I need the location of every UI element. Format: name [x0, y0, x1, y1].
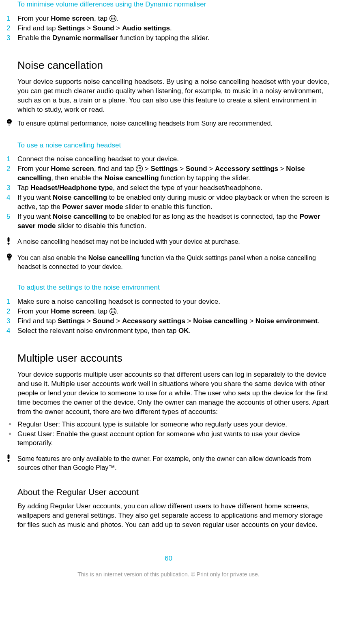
section-title-adjust-noise: To adjust the settings to the noise envi… — [17, 283, 334, 292]
footer-text: This is an internet version of this publ… — [3, 571, 334, 578]
step-text: Make sure a noise cancelling headset is … — [17, 297, 332, 307]
svg-rect-12 — [9, 126, 10, 126]
svg-point-39 — [8, 460, 10, 462]
svg-point-7 — [111, 19, 112, 20]
step-text: From your Home screen, find and tap > Se… — [17, 164, 332, 183]
svg-point-6 — [114, 18, 115, 19]
apps-grid-icon — [109, 308, 116, 315]
svg-point-2 — [112, 17, 113, 17]
tip-text: You can also enable the Noise cancelling… — [17, 253, 332, 271]
svg-rect-27 — [9, 260, 10, 260]
step-number: 5 — [3, 212, 17, 231]
bullet-icon: • — [3, 430, 17, 448]
list-item: 2 From your Home screen, find and tap > … — [3, 164, 332, 183]
step-text: Tap Headset/Headphone type, and select t… — [17, 183, 332, 193]
step-text: Enable the Dynamic normaliser function b… — [17, 34, 332, 43]
warning-note: A noise cancelling headset may not be in… — [3, 237, 332, 247]
section-title-dynamic-normaliser: To minimise volume differences using the… — [17, 0, 334, 9]
warning-icon — [3, 454, 17, 472]
list-item: 4 If you want Noise cancelling to be ena… — [3, 193, 332, 212]
svg-point-9 — [114, 19, 115, 20]
list-item: • Regular User: This account type is sui… — [3, 420, 332, 429]
tip-text: To ensure optimal performance, noise can… — [17, 119, 332, 129]
step-number: 2 — [3, 307, 17, 316]
step-number: 2 — [3, 164, 17, 183]
svg-point-30 — [112, 309, 113, 310]
svg-point-34 — [114, 311, 115, 311]
svg-point-5 — [112, 18, 113, 19]
apps-grid-icon — [136, 165, 143, 172]
step-text: From your Home screen, tap . — [17, 307, 332, 316]
list-text: Guest User: Enable the guest account opt… — [17, 430, 332, 448]
svg-point-16 — [140, 167, 141, 168]
step-number: 2 — [3, 24, 17, 33]
svg-point-14 — [137, 167, 138, 168]
svg-point-18 — [139, 168, 140, 169]
step-number: 1 — [3, 297, 17, 307]
paragraph: Your device supports noise cancelling he… — [17, 77, 332, 115]
list-item: 1 Connect the noise cancelling headset t… — [3, 155, 332, 164]
svg-point-29 — [111, 309, 112, 310]
step-number: 4 — [3, 193, 17, 212]
svg-point-21 — [139, 170, 140, 171]
svg-point-22 — [140, 170, 141, 171]
tip-note: You can also enable the Noise cancelling… — [3, 253, 332, 271]
step-number: 4 — [3, 326, 17, 336]
svg-point-24 — [8, 243, 10, 245]
svg-rect-26 — [9, 259, 11, 260]
tip-note: To ensure optimal performance, noise can… — [3, 119, 332, 129]
step-text: If you want Noise cancelling to be enabl… — [17, 212, 332, 231]
svg-point-36 — [112, 312, 113, 313]
step-text: Find and tap Settings > Sound > Audio se… — [17, 24, 332, 33]
svg-point-15 — [139, 167, 140, 168]
list-item: 2 Find and tap Settings > Sound > Audio … — [3, 24, 332, 33]
list-item: 2 From your Home screen, tap . — [3, 307, 332, 316]
svg-point-19 — [140, 168, 141, 169]
warning-text: Some features are only available to the … — [17, 454, 332, 472]
step-text: From your Home screen, tap . — [17, 14, 332, 23]
step-number: 3 — [3, 317, 17, 326]
svg-point-31 — [114, 309, 115, 310]
svg-point-3 — [114, 17, 115, 17]
page-number: 60 — [3, 554, 334, 563]
account-types-list: • Regular User: This account type is sui… — [3, 420, 332, 448]
svg-rect-23 — [8, 237, 10, 242]
steps-adjust-noise: 1 Make sure a noise cancelling headset i… — [3, 297, 332, 336]
step-text: If you want Noise cancelling to be enabl… — [17, 193, 332, 212]
steps-use-headset: 1 Connect the noise cancelling headset t… — [3, 155, 332, 231]
warning-text: A noise cancelling headset may not be in… — [17, 237, 332, 247]
step-text: Find and tap Settings > Sound > Accessor… — [17, 317, 332, 326]
bullet-icon: • — [3, 420, 17, 429]
section-title-use-headset: To use a noise cancelling headset — [17, 141, 334, 150]
svg-point-4 — [111, 18, 112, 19]
list-item: • Guest User: Enable the guest account o… — [3, 430, 332, 448]
heading-multiple-users: Multiple user accounts — [17, 351, 334, 365]
svg-point-8 — [112, 19, 113, 20]
list-item: 1 Make sure a noise cancelling headset i… — [3, 297, 332, 307]
step-text: Connect the noise cancelling headset to … — [17, 155, 332, 164]
heading-noise-cancellation: Noise cancellation — [17, 58, 334, 73]
list-item: 3 Enable the Dynamic normaliser function… — [3, 34, 332, 43]
warning-note: Some features are only available to the … — [3, 454, 332, 472]
list-item: 4 Select the relevant noise environment … — [3, 326, 332, 336]
svg-point-1 — [111, 17, 112, 17]
tip-icon — [3, 119, 17, 129]
tip-icon — [3, 253, 17, 271]
list-item: 3 Find and tap Settings > Sound > Access… — [3, 317, 332, 326]
svg-point-37 — [114, 312, 115, 313]
paragraph: By adding Regular User accounts, you can… — [17, 502, 332, 530]
svg-rect-38 — [8, 454, 10, 459]
apps-grid-icon — [109, 15, 116, 22]
svg-rect-10 — [8, 124, 11, 124]
step-text: Select the relevant noise environment ty… — [17, 326, 332, 336]
svg-point-35 — [111, 312, 112, 313]
svg-point-17 — [137, 168, 138, 169]
svg-rect-11 — [9, 125, 11, 125]
steps-dynamic-normaliser: 1 From your Home screen, tap . 2 Find an… — [3, 14, 332, 43]
svg-point-32 — [111, 311, 112, 311]
step-number: 3 — [3, 183, 17, 193]
paragraph: Your device supports multiple user accou… — [17, 370, 332, 417]
svg-point-33 — [112, 311, 113, 311]
step-number: 1 — [3, 14, 17, 23]
heading-regular-user: About the Regular User account — [17, 486, 334, 498]
